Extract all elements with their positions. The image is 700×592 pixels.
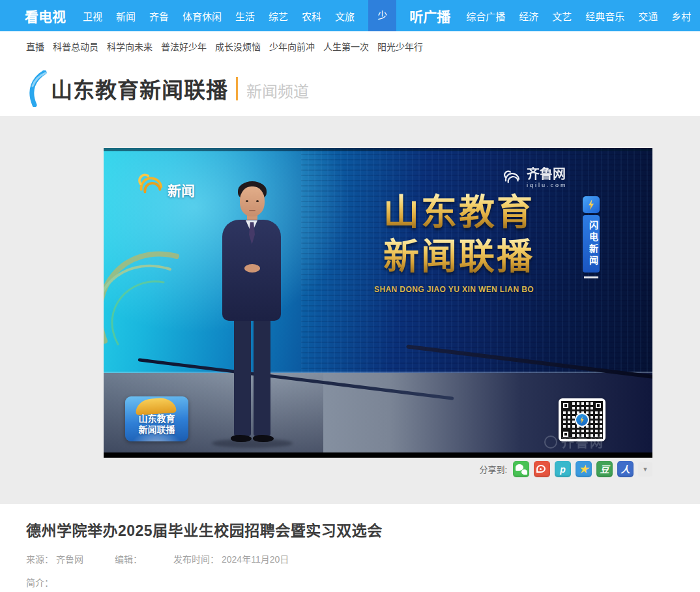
sub-navbar: 直播科普总动员科学向未来普法好少年成长没烦恼少年向前冲人生第一次阳光少年行 (0, 31, 700, 61)
qr-center-logo (575, 413, 589, 427)
nav-item[interactable]: 交通 (638, 9, 658, 23)
stage-band: 新闻 齐鲁网 iqilu.com 山东教育 新 (0, 116, 700, 504)
subnav-item[interactable]: 人生第一次 (323, 40, 369, 53)
renren-share-icon[interactable]: 人 (617, 461, 634, 477)
nav-item[interactable]: 体育休闲 (182, 9, 222, 23)
weibo-share-icon[interactable] (534, 461, 550, 477)
video-player[interactable]: 新闻 齐鲁网 iqilu.com 山东教育 新 (104, 148, 652, 458)
program-title-pinyin: SHAN DONG JIAO YU XIN WEN LIAN BO (374, 285, 553, 294)
nav-item-active[interactable]: 少儿 (368, 0, 396, 31)
nav-item[interactable]: 新闻 (116, 9, 136, 23)
program-title-graphic: 山东教育 新闻联播 SHAN DONG JIAO YU XIN WEN LIAN… (383, 190, 553, 294)
publish-value: 2024年11月20日 (222, 552, 289, 565)
program-title-line2: 新闻联播 (383, 234, 553, 278)
iqilu-watermark-name: 齐鲁网 (527, 168, 568, 181)
header-divider (236, 77, 238, 100)
intro-label: 简介： (26, 576, 700, 589)
video-top-edge (104, 148, 652, 151)
subnav-item[interactable]: 普法好少年 (161, 40, 207, 53)
nav-watch-tv[interactable]: 看电视 (25, 6, 66, 25)
video-bottom-bar (104, 452, 652, 458)
nav-item[interactable]: 经典音乐 (585, 9, 624, 23)
article-title: 德州学院举办2025届毕业生校园招聘会暨实习双选会 (26, 518, 700, 540)
page: 看电视 卫视新闻齐鲁体育休闲生活综艺农科文旅 少儿 听广播 综合广播经济文艺经典… (0, 0, 700, 592)
iqilu-watermark: 齐鲁网 iqilu.com (503, 168, 568, 188)
nav-item[interactable]: 卫视 (83, 9, 102, 23)
nav-item[interactable]: 综艺 (269, 9, 288, 23)
chevron-down-icon: ▼ (643, 466, 649, 473)
pengyou-share-icon[interactable]: p (555, 461, 571, 477)
meta-source: 来源： 齐鲁网 (26, 552, 83, 565)
program-corner-badge: 山东教育 新闻联播 (125, 396, 188, 441)
article-meta: 来源： 齐鲁网 编辑： 发布时间： 2024年11月20日 (26, 552, 700, 565)
floor-watermark-icon (544, 436, 557, 449)
floor-watermark: 齐鲁网 (544, 432, 604, 451)
editor-label: 编辑： (115, 552, 142, 565)
iqilu-swirl-icon (503, 168, 522, 188)
source-value: 齐鲁网 (56, 552, 83, 565)
news-anchor (214, 181, 289, 451)
nav-item[interactable]: 文艺 (552, 9, 572, 23)
subnav-item[interactable]: 少年向前冲 (269, 40, 315, 53)
badge-underline (584, 276, 598, 278)
share-more-button[interactable]: ▼ (638, 462, 652, 477)
page-title: 山东教育新闻联播 (51, 73, 228, 104)
lightning-icon (583, 196, 600, 213)
top-navbar: 看电视 卫视新闻齐鲁体育休闲生活综艺农科文旅 少儿 听广播 综合广播经济文艺经典… (0, 0, 700, 31)
corner-badge-line2: 新闻联播 (125, 424, 188, 436)
source-label: 来源： (26, 552, 53, 565)
nav-item[interactable]: 齐鲁 (149, 9, 169, 23)
meta-publish-time: 发布时间： 2024年11月20日 (173, 552, 289, 565)
qzone-share-icon[interactable]: ★ (576, 461, 592, 477)
video-channel-logo: 新闻 (136, 170, 195, 201)
nav-item[interactable]: 经济 (519, 9, 538, 23)
page-header: 山东教育新闻联播 新闻频道 (0, 61, 700, 116)
subnav-item[interactable]: 直播 (26, 40, 44, 53)
floor-watermark-text: 齐鲁网 (561, 432, 604, 451)
subnav-item[interactable]: 成长没烦恼 (215, 40, 261, 53)
nav-item[interactable]: 农科 (302, 9, 321, 23)
wechat-share-icon[interactable] (513, 461, 529, 477)
tv-nav-group: 卫视新闻齐鲁体育休闲生活综艺农科文旅 (83, 9, 355, 23)
nav-item[interactable]: 乡村 (671, 9, 691, 23)
swoosh-logo-icon (26, 70, 48, 107)
share-row: 分享到: p ★ (479, 461, 652, 477)
share-label: 分享到: (479, 463, 507, 475)
corner-badge-line1: 山东教育 (125, 413, 188, 424)
gold-swirl-icon (136, 170, 166, 201)
backdrop-swirl-decoration (104, 185, 216, 348)
nav-item[interactable]: 文旅 (335, 9, 355, 23)
radio-nav-group: 综合广播经济文艺经典音乐交通乡村音乐体育休闲 (466, 9, 700, 23)
lightning-news-badge-text: 闪电新闻 (583, 215, 600, 273)
douban-share-icon[interactable]: 豆 (596, 461, 613, 477)
subnav-item[interactable]: 科学向未来 (107, 40, 153, 53)
iqilu-watermark-site: iqilu.com (527, 183, 568, 188)
video-channel-logo-text: 新闻 (168, 180, 195, 201)
publish-label: 发布时间： (173, 552, 219, 565)
nav-item[interactable]: 综合广播 (466, 9, 505, 23)
meta-editor: 编辑： (115, 552, 142, 565)
program-title-line1: 山东教育 (383, 190, 553, 234)
nav-listen-radio[interactable]: 听广播 (409, 6, 450, 25)
share-icons: p ★ 豆 人 (513, 461, 634, 477)
article-section: 德州学院举办2025届毕业生校园招聘会暨实习双选会 来源： 齐鲁网 编辑： 发布… (0, 504, 700, 592)
channel-name: 新闻频道 (246, 79, 309, 102)
subnav-item[interactable]: 阳光少年行 (377, 40, 423, 53)
nav-item[interactable]: 生活 (235, 9, 255, 23)
lightning-news-badge: 闪电新闻 (583, 196, 600, 278)
subnav-item[interactable]: 科普总动员 (53, 40, 98, 53)
